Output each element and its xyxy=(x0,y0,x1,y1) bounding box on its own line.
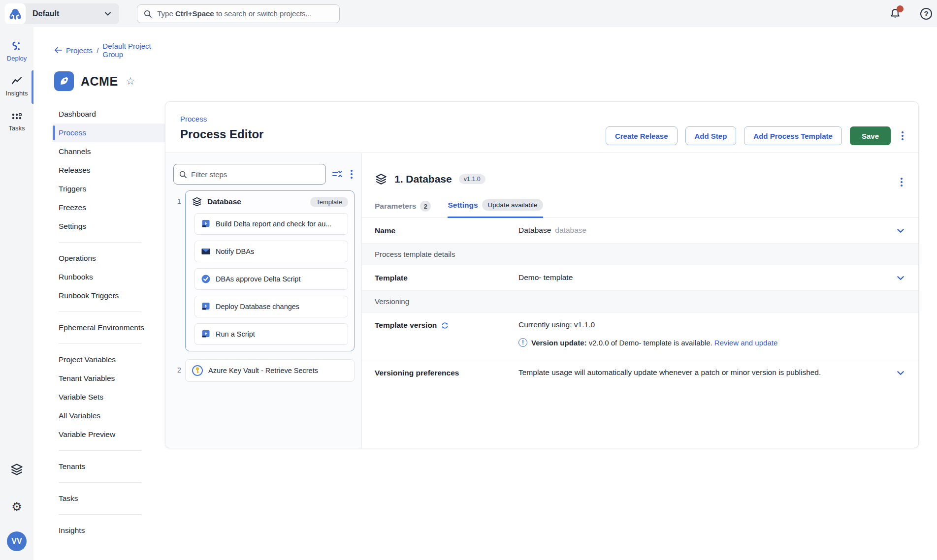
rail-label-deploy: Deploy xyxy=(7,55,27,62)
script-icon xyxy=(201,219,211,229)
sidebar-item-channels[interactable]: Channels xyxy=(53,142,165,161)
name-expand-button[interactable] xyxy=(896,226,905,238)
detail-overflow-menu[interactable] xyxy=(898,175,905,189)
versioning-preferences-expand-button[interactable] xyxy=(896,368,905,380)
rail-item-deploy[interactable]: Deploy xyxy=(0,40,33,62)
process-context-link[interactable]: Process xyxy=(180,115,207,123)
search-icon xyxy=(143,9,152,18)
child-step-run-a-script[interactable]: Run a Script xyxy=(194,323,348,345)
octopus-logo[interactable] xyxy=(5,3,26,24)
child-step-label: Run a Script xyxy=(216,330,255,338)
step-group-header[interactable]: Database Template xyxy=(192,196,348,207)
rail-projects-button[interactable] xyxy=(0,463,33,476)
child-step-build-delta[interactable]: Build Delta report and check for au... xyxy=(194,213,348,235)
template-badge: Template xyxy=(310,197,348,207)
sidebar-item-process[interactable]: Process xyxy=(53,124,165,142)
notification-badge xyxy=(897,5,904,12)
editor-overflow-menu[interactable] xyxy=(899,128,906,143)
breadcrumb-group-link[interactable]: Default Project Group xyxy=(102,42,165,59)
nav-divider xyxy=(59,343,141,344)
sidebar-item-ephemeral-environments[interactable]: Ephemeral Environments xyxy=(53,318,165,337)
template-version-value: Currently using: v1.1.0 ! Version update… xyxy=(518,320,905,347)
sidebar-item-freezes[interactable]: Freezes xyxy=(53,198,165,217)
filter-steps-input[interactable]: Filter steps xyxy=(173,164,326,185)
sidebar-item-tasks[interactable]: Tasks xyxy=(53,489,165,508)
sidebar-item-variable-sets[interactable]: Variable Sets xyxy=(53,388,165,406)
tab-settings[interactable]: Settings Update available xyxy=(448,199,543,218)
template-expand-button[interactable] xyxy=(896,273,905,285)
filter-placeholder: Filter steps xyxy=(191,170,227,179)
child-step-dbas-approve[interactable]: DBAs approve Delta Script xyxy=(194,268,348,290)
sidebar-item-all-variables[interactable]: All Variables xyxy=(53,406,165,425)
step-group-database[interactable]: Database Template Build Delta report and… xyxy=(185,190,355,351)
save-button[interactable]: Save xyxy=(850,126,891,145)
collapse-all-icon xyxy=(332,169,343,179)
global-search-input[interactable]: Type Ctrl+Space to search or switch proj… xyxy=(137,4,340,23)
app-rail: Deploy Insights Tasks ⚙ VV xyxy=(0,27,33,560)
tab-settings-label: Settings xyxy=(448,201,478,210)
sidebar-item-variable-preview[interactable]: Variable Preview xyxy=(53,425,165,444)
tab-parameters-label: Parameters xyxy=(375,202,416,211)
collapse-steps-button[interactable] xyxy=(330,167,345,181)
chevron-down-icon xyxy=(896,273,905,283)
name-value: Databasedatabase xyxy=(518,226,905,235)
name-value-slug: database xyxy=(555,226,586,234)
versioning-preferences-row: Versioning preferences Template usage wi… xyxy=(362,360,918,385)
gear-icon: ⚙ xyxy=(11,501,22,513)
project-sidebar: Projects / Default Project Group ACME ☆ … xyxy=(33,27,165,560)
child-step-label: DBAs approve Delta Script xyxy=(216,275,300,283)
version-badge: v1.1.0 xyxy=(459,174,485,184)
sidebar-item-tenant-variables[interactable]: Tenant Variables xyxy=(53,369,165,388)
tasks-icon xyxy=(10,110,23,123)
detail-header: 1. Database v1.1.0 xyxy=(362,153,918,186)
header-actions: Create Release Add Step Add Process Temp… xyxy=(606,126,906,145)
steps-overflow-menu[interactable] xyxy=(349,168,355,181)
search-placeholder: Type Ctrl+Space to search or switch proj… xyxy=(157,9,312,18)
rail-item-insights[interactable]: Insights xyxy=(0,75,33,97)
sidebar-item-runbook-triggers[interactable]: Runbook Triggers xyxy=(53,286,165,305)
sidebar-item-settings[interactable]: Settings xyxy=(53,217,165,236)
project-logo xyxy=(54,71,74,91)
project-header: ACME ☆ xyxy=(54,71,165,91)
help-button[interactable]: ? xyxy=(920,8,932,20)
email-icon xyxy=(201,247,211,256)
steps-panel: Filter steps 1 xyxy=(165,153,362,448)
create-release-button[interactable]: Create Release xyxy=(606,126,678,145)
sidebar-item-tenants[interactable]: Tenants xyxy=(53,457,165,476)
chevron-down-icon xyxy=(896,368,905,378)
sidebar-item-dashboard[interactable]: Dashboard xyxy=(53,105,165,124)
insights-icon xyxy=(10,75,23,88)
add-process-template-button[interactable]: Add Process Template xyxy=(744,126,842,145)
notifications-button[interactable] xyxy=(889,7,902,20)
child-step-notify-dbas[interactable]: Notify DBAs xyxy=(194,241,348,262)
child-step-deploy-db-changes[interactable]: Deploy Database changes xyxy=(194,296,348,317)
favorite-star-icon[interactable]: ☆ xyxy=(126,75,135,87)
add-step-button[interactable]: Add Step xyxy=(685,126,737,145)
process-editor-card: Process Process Editor Create Release Ad… xyxy=(165,101,919,448)
rail-item-tasks[interactable]: Tasks xyxy=(0,110,33,132)
tab-parameters[interactable]: Parameters 2 xyxy=(375,201,431,218)
sidebar-item-project-variables[interactable]: Project Variables xyxy=(53,350,165,369)
back-arrow-icon[interactable] xyxy=(54,46,62,54)
section-versioning: Versioning xyxy=(362,291,918,312)
version-update-alert: ! Version update: v2.0.0 of Demo- templa… xyxy=(518,338,905,347)
space-selector[interactable]: Default xyxy=(5,3,119,24)
child-step-label: Deploy Database changes xyxy=(216,303,299,311)
step-azure-key-vault[interactable]: Azure Key Vault - Retrieve Secrets xyxy=(185,359,355,382)
breadcrumb-projects-link[interactable]: Projects xyxy=(66,46,93,55)
sidebar-item-runbooks[interactable]: Runbooks xyxy=(53,268,165,286)
sidebar-item-releases[interactable]: Releases xyxy=(53,161,165,180)
sidebar-item-triggers[interactable]: Triggers xyxy=(53,180,165,198)
search-icon xyxy=(179,170,187,179)
layers-icon xyxy=(375,173,388,186)
refresh-icon[interactable] xyxy=(441,321,449,330)
user-avatar[interactable]: VV xyxy=(7,531,27,551)
layers-icon xyxy=(192,196,202,207)
sidebar-item-insights[interactable]: Insights xyxy=(53,521,165,540)
sidebar-item-operations[interactable]: Operations xyxy=(53,249,165,268)
review-and-update-link[interactable]: Review and update xyxy=(714,339,777,347)
chevron-down-icon xyxy=(896,226,905,236)
template-label: Template xyxy=(375,273,518,282)
rail-settings-button[interactable]: ⚙ xyxy=(0,501,33,513)
top-bar: Default Type Ctrl+Space to search or swi… xyxy=(0,0,937,27)
